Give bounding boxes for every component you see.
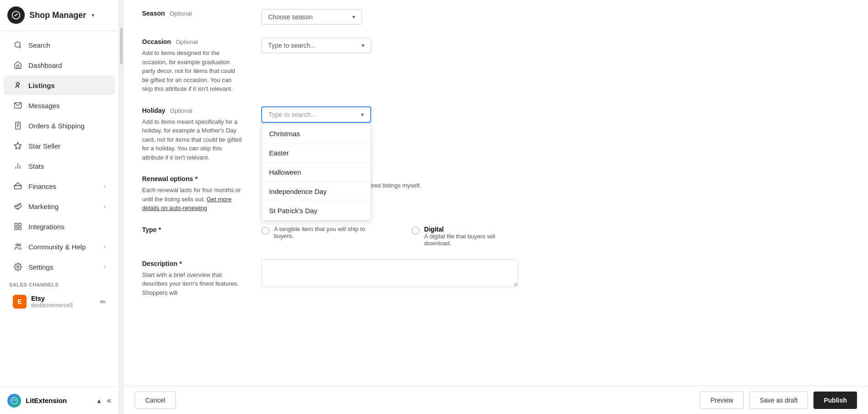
etsy-channel-name: Etsy: [31, 295, 95, 302]
sidebar-item-star-seller-label: Star Seller: [28, 142, 60, 150]
sidebar-item-messages-label: Messages: [28, 102, 60, 110]
etsy-edit-button[interactable]: ✏: [100, 298, 106, 306]
cancel-button[interactable]: Cancel: [135, 392, 176, 409]
holiday-option-easter[interactable]: Easter: [262, 144, 371, 163]
occasion-dropdown-text: Type to search...: [268, 42, 316, 49]
holiday-option-halloween[interactable]: Halloween: [262, 163, 371, 182]
sidebar-item-integrations-label: Integrations: [28, 223, 64, 231]
finances-chevron: ›: [104, 183, 106, 189]
holiday-option-st-patricks-day[interactable]: St Patrick's Day: [262, 201, 371, 220]
sidebar-item-search-label: Search: [28, 41, 50, 49]
occasion-dropdown[interactable]: Type to search... ▾: [261, 38, 371, 53]
sidebar-item-orders[interactable]: Orders & Shipping: [4, 116, 115, 135]
sidebar-header: Shop Manager ▾: [0, 0, 119, 31]
description-input[interactable]: [261, 259, 518, 287]
occasion-desc: Add to items designed for the occasion, …: [142, 49, 243, 94]
sidebar-item-star-seller[interactable]: Star Seller: [4, 136, 115, 155]
litextension-brand: LitExtension: [26, 397, 91, 404]
shop-manager-title: Shop Manager: [29, 11, 86, 20]
season-optional: Optional: [170, 10, 192, 17]
svg-point-18: [16, 244, 18, 246]
type-digital-radio[interactable]: [412, 226, 420, 235]
sidebar-item-community-label: Community & Help: [28, 243, 86, 251]
holiday-desc: Add to items meant specifically for a ho…: [142, 117, 243, 162]
season-dropdown[interactable]: Choose season ▾: [261, 9, 362, 25]
type-physical-radio[interactable]: [261, 226, 269, 235]
renewal-required: *: [195, 175, 198, 182]
sidebar: Shop Manager ▾ Search Dashboard Li: [0, 0, 119, 414]
occasion-label: Occasion: [142, 38, 171, 45]
etsy-channel-sub: devlitcommerce3: [31, 302, 95, 309]
sidebar-item-marketing[interactable]: Marketing ›: [4, 197, 115, 216]
svg-rect-16: [15, 227, 17, 230]
description-field-row: Description * Start with a brief overvie…: [142, 259, 518, 298]
preview-button[interactable]: Preview: [700, 392, 744, 409]
sidebar-item-search[interactable]: Search: [4, 35, 115, 55]
sidebar-item-dashboard[interactable]: Dashboard: [4, 55, 115, 75]
occasion-dropdown-arrow: ▾: [362, 42, 364, 49]
clipboard-icon: [13, 121, 23, 131]
gear-icon: [13, 262, 23, 272]
sidebar-item-community[interactable]: Community & Help ›: [4, 237, 115, 256]
sidebar-scrollbar: [119, 0, 124, 414]
sidebar-item-marketing-label: Marketing: [28, 203, 59, 210]
type-digital-option: Digital A digital file that buyers will …: [412, 226, 518, 247]
holiday-dropdown-menu: Christmas Easter Halloween Independence …: [261, 124, 371, 221]
description-label: Description: [142, 260, 177, 267]
type-digital-sub: A digital file that buyers will download…: [424, 233, 518, 247]
holiday-dropdown-arrow: ▾: [361, 111, 364, 118]
holiday-field-row: Holiday Optional Add to items meant spec…: [142, 106, 518, 162]
renewal-label: Renewal options: [142, 175, 193, 182]
settings-chevron: ›: [104, 264, 106, 270]
svg-point-20: [17, 266, 19, 268]
litextension-logo: [7, 394, 21, 408]
svg-rect-17: [19, 227, 21, 230]
community-chevron: ›: [104, 243, 106, 250]
etsy-channel: E Etsy devlitcommerce3 ✏: [4, 290, 115, 313]
sidebar-item-integrations[interactable]: Integrations: [4, 217, 115, 236]
sales-channels-label: SALES CHANNELS: [0, 277, 119, 289]
listings-icon: [13, 80, 23, 90]
occasion-field-row: Occasion Optional Add to items designed …: [142, 38, 518, 94]
sidebar-item-dashboard-label: Dashboard: [28, 61, 62, 69]
holiday-optional: Optional: [170, 107, 192, 114]
type-required: *: [159, 226, 161, 233]
collapse-sidebar-button[interactable]: «: [107, 396, 111, 405]
marketing-chevron: ›: [104, 203, 106, 210]
bar-chart-icon: [13, 161, 23, 171]
renewal-desc: Each renewal lasts for four months or un…: [142, 186, 243, 213]
type-physical-sub: A tangible item that you will ship to bu…: [274, 226, 379, 239]
star-icon: [13, 141, 23, 151]
sidebar-item-listings[interactable]: Listings: [4, 76, 115, 95]
svg-rect-14: [15, 223, 17, 226]
home-icon: [13, 60, 23, 70]
type-label: Type: [142, 226, 157, 233]
search-icon: [13, 40, 23, 50]
holiday-option-christmas[interactable]: Christmas: [262, 124, 371, 144]
grid-icon: [13, 221, 23, 232]
shop-manager-logo: [7, 6, 25, 24]
sidebar-item-settings-label: Settings: [28, 263, 53, 271]
holiday-option-independence-day[interactable]: Independence Day: [262, 182, 371, 201]
type-digital-label: Digital: [424, 226, 518, 233]
publish-button[interactable]: Publish: [813, 392, 857, 409]
sidebar-item-finances[interactable]: Finances ›: [4, 177, 115, 196]
expand-arrow[interactable]: ▲: [96, 397, 102, 404]
season-dropdown-arrow: ▾: [352, 14, 355, 20]
message-icon: [13, 100, 23, 110]
svg-point-21: [11, 397, 17, 403]
holiday-dropdown[interactable]: Type to search... ▾: [261, 106, 371, 123]
svg-point-19: [19, 244, 21, 246]
sidebar-item-listings-label: Listings: [28, 82, 55, 89]
sidebar-item-orders-label: Orders & Shipping: [28, 122, 85, 130]
action-bar: Cancel Preview Save as draft Publish: [124, 386, 868, 414]
sidebar-nav: Search Dashboard Listings Messages: [0, 31, 119, 386]
shop-manager-arrow[interactable]: ▾: [92, 12, 94, 18]
sidebar-item-stats[interactable]: Stats: [4, 156, 115, 176]
bottom-bar: LitExtension ▲ «: [0, 386, 119, 414]
occasion-optional: Optional: [176, 39, 198, 45]
sidebar-item-messages[interactable]: Messages: [4, 96, 115, 115]
save-draft-button[interactable]: Save as draft: [749, 392, 808, 409]
svg-marker-9: [15, 143, 22, 149]
sidebar-item-settings[interactable]: Settings ›: [4, 257, 115, 276]
